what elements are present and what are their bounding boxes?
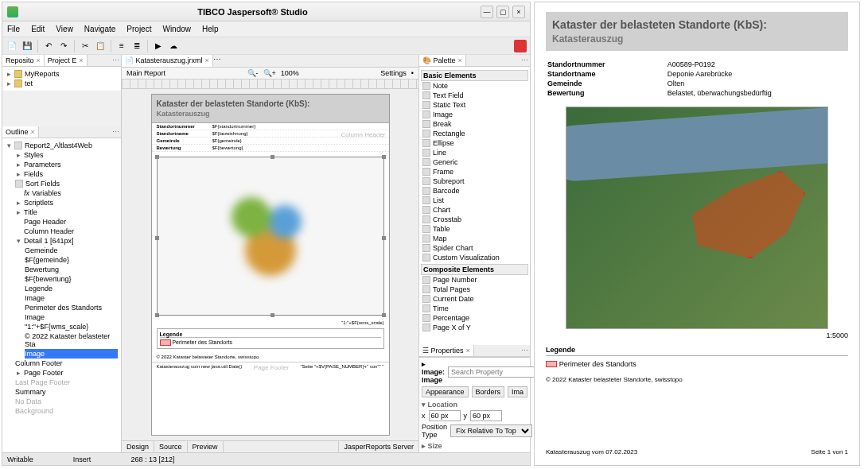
outline-node[interactable]: © 2022 Kataster belasteter Sta xyxy=(25,332,118,348)
align-icon[interactable]: ≣ xyxy=(130,40,143,52)
palette-item[interactable]: Break xyxy=(421,119,528,129)
server-link[interactable]: JasperReports Server xyxy=(338,441,418,452)
outline-node[interactable]: Page Header xyxy=(24,218,66,226)
palette-item[interactable]: Percentage xyxy=(421,313,528,323)
tab-palette[interactable]: 🎨 Palette× xyxy=(419,55,466,66)
outline-node[interactable]: Styles xyxy=(24,151,44,159)
outline-node[interactable]: "1:"+$F{wms_scale} xyxy=(25,323,88,331)
outline-node[interactable]: Last Page Footer xyxy=(15,378,70,386)
outline-node[interactable]: Column Header xyxy=(24,227,74,235)
outline-node[interactable]: Variables xyxy=(32,189,61,197)
settings-link[interactable]: Settings xyxy=(380,69,407,77)
menu-project[interactable]: Project xyxy=(127,25,151,33)
tab-outline[interactable]: Outline× xyxy=(2,126,39,138)
palette-item[interactable]: Barcode xyxy=(421,186,528,196)
prop-tab-appearance[interactable]: Appearance xyxy=(422,386,469,397)
palette-item[interactable]: Custom Visualization xyxy=(421,253,528,262)
palette-group[interactable]: Composite Elements xyxy=(421,264,528,275)
outline-node[interactable]: No Data xyxy=(15,397,41,405)
palette-item[interactable]: Frame xyxy=(421,167,528,176)
publish-icon[interactable]: ☁ xyxy=(167,40,180,52)
palette-item[interactable]: Image xyxy=(421,110,528,119)
image-placeholder[interactable] xyxy=(157,157,384,316)
outline-node[interactable]: Perimeter des Standorts xyxy=(25,304,102,312)
menu-help[interactable]: Help xyxy=(202,25,219,33)
tab-repository[interactable]: Reposito× xyxy=(2,55,45,66)
tab-properties[interactable]: ☰ Properties× xyxy=(419,345,474,356)
zoom-value[interactable]: 100% xyxy=(281,69,299,77)
palette-item[interactable]: Page Number xyxy=(421,275,528,285)
size-section[interactable]: Size xyxy=(428,442,442,450)
menu-view[interactable]: View xyxy=(56,25,73,33)
x-input[interactable] xyxy=(429,410,461,421)
menu-edit[interactable]: Edit xyxy=(31,25,45,33)
tab-project-explorer[interactable]: Project E× xyxy=(45,55,88,66)
palette-group[interactable]: Basic Elements xyxy=(421,70,528,81)
cut-icon[interactable]: ✂ xyxy=(79,40,91,52)
outline-node[interactable]: Parameters xyxy=(24,161,61,169)
palette-item[interactable]: Spider Chart xyxy=(421,243,528,253)
repository-tree[interactable]: ▸MyReports ▸tet xyxy=(2,67,121,91)
pane-menu-icon[interactable]: ⋯ xyxy=(520,345,530,356)
perspective-icon[interactable] xyxy=(514,40,527,52)
main-report-nav[interactable]: Main Report xyxy=(127,69,165,77)
copy-icon[interactable]: 📋 xyxy=(94,40,107,52)
palette-item[interactable]: Page X of Y xyxy=(421,323,528,332)
palette-item[interactable]: Subreport xyxy=(421,176,528,186)
outline-node[interactable]: Image xyxy=(25,313,45,321)
palette-item[interactable]: List xyxy=(421,196,528,205)
palette-item[interactable]: Rectangle xyxy=(421,129,528,138)
palette-item[interactable]: Static Text xyxy=(421,100,528,110)
tree-node[interactable]: tet xyxy=(25,79,33,87)
palette-item[interactable]: Text Field xyxy=(421,91,528,100)
tab-preview[interactable]: Preview xyxy=(188,441,224,452)
zoom-in-icon[interactable]: 🔍+ xyxy=(263,69,276,77)
close-button[interactable]: × xyxy=(512,6,525,18)
outline-node[interactable]: Scriptlets xyxy=(24,199,53,207)
report-canvas[interactable]: Kataster der belasteten Standorte (KbS):… xyxy=(151,94,390,436)
outline-detail[interactable]: Detail 1 [641px] xyxy=(24,237,74,245)
prop-tab-borders[interactable]: Borders xyxy=(472,386,505,397)
outline-node[interactable]: $F{bewertung} xyxy=(25,275,72,283)
undo-icon[interactable]: ↶ xyxy=(42,40,55,52)
outline-node[interactable]: Page Footer xyxy=(24,369,64,377)
minimize-button[interactable]: — xyxy=(481,6,493,18)
outline-node[interactable]: Summary xyxy=(15,388,46,396)
menu-file[interactable]: File xyxy=(7,25,20,33)
editor-tab[interactable]: 📄 Katasterauszug.jrxml× xyxy=(122,55,213,67)
outline-node[interactable]: Background xyxy=(15,407,53,415)
align-icon[interactable]: ≡ xyxy=(115,40,128,52)
y-input[interactable] xyxy=(470,410,502,421)
palette-item[interactable]: Map xyxy=(421,234,528,243)
prop-tab-image[interactable]: Ima xyxy=(508,386,527,397)
outline-node[interactable]: Image xyxy=(25,294,45,302)
palette-item[interactable]: Current Date xyxy=(421,294,528,304)
pane-menu-icon[interactable]: ⋯ xyxy=(111,55,121,66)
menu-navigate[interactable]: Navigate xyxy=(84,25,115,33)
settings-icon[interactable]: • xyxy=(411,69,414,77)
palette-item[interactable]: Generic xyxy=(421,157,528,167)
outline-node[interactable]: Legende xyxy=(25,285,53,293)
palette-item[interactable]: Table xyxy=(421,224,528,234)
palette-item[interactable]: Crosstab xyxy=(421,215,528,224)
palette-item[interactable]: Ellipse xyxy=(421,138,528,148)
pane-menu-icon[interactable]: ⋯ xyxy=(213,55,221,67)
save-icon[interactable]: 💾 xyxy=(21,40,33,52)
maximize-button[interactable]: ▢ xyxy=(496,6,509,18)
palette-item[interactable]: Note xyxy=(421,81,528,91)
outline-node[interactable]: Bewertung xyxy=(25,266,59,273)
tab-source[interactable]: Source xyxy=(154,441,188,452)
palette-item[interactable]: Chart xyxy=(421,205,528,215)
outline-node[interactable]: Title xyxy=(24,208,37,216)
outline-node-selected[interactable]: Image xyxy=(25,350,45,358)
property-search-input[interactable] xyxy=(448,366,543,378)
new-icon[interactable]: 📄 xyxy=(6,40,18,52)
pane-menu-icon[interactable]: ⋯ xyxy=(520,55,530,66)
palette-item[interactable]: Total Pages xyxy=(421,285,528,294)
location-section[interactable]: Location xyxy=(428,401,458,409)
outline-node[interactable]: $F{gemeinde} xyxy=(25,256,69,264)
palette-item[interactable]: Time xyxy=(421,304,528,313)
outline-root[interactable]: Report2_Altlast4Web xyxy=(25,141,92,149)
pane-menu-icon[interactable]: ⋯ xyxy=(111,126,121,138)
palette-item[interactable]: Line xyxy=(421,148,528,157)
